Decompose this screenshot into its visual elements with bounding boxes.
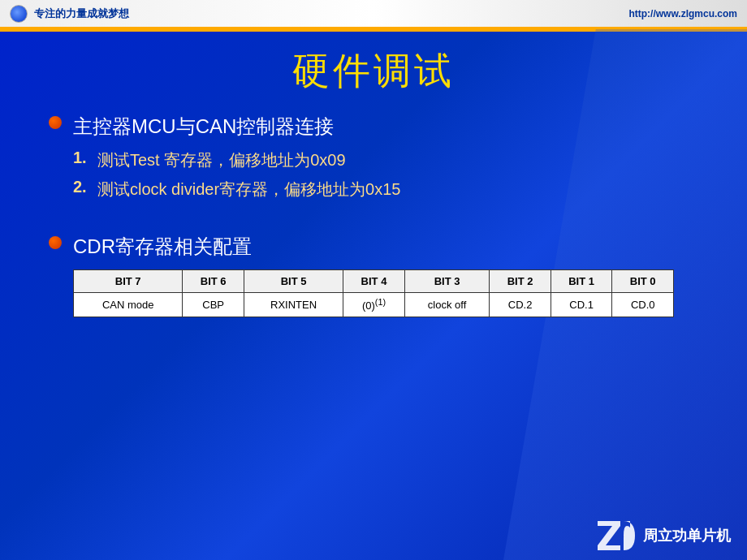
header-url: http://www.zlgmcu.com <box>628 8 737 19</box>
bullet-item-2: CDR寄存器相关配置 <box>49 233 698 261</box>
bullet-dot-1 <box>49 116 62 129</box>
register-table: BIT 7 BIT 6 BIT 5 BIT 4 BIT 3 BIT 2 BIT … <box>73 269 674 317</box>
col-header-bit6: BIT 6 <box>183 270 244 293</box>
orange-divider <box>0 29 747 32</box>
content-area: 主控器MCU与CAN控制器连接 1. 测试Test 寄存器，偏移地址为0x09 … <box>0 113 747 317</box>
cell-cbp: CBP <box>183 293 244 317</box>
bullet-text-2: CDR寄存器相关配置 <box>73 233 252 261</box>
cell-rxinten: RXINTEN <box>244 293 343 317</box>
numbered-item-2: 2. 测试clock divider寄存器，偏移地址为0x15 <box>49 178 698 200</box>
footer-logo: 周立功单片机 <box>596 519 731 552</box>
col-header-bit1: BIT 1 <box>551 270 612 293</box>
slide: 专注的力量成就梦想 http://www.zlgmcu.com 硬件调试 主控器… <box>0 0 747 560</box>
cell-cd2: CD.2 <box>490 293 551 317</box>
footer-logo-text: 周立功单片机 <box>643 526 731 545</box>
item-text-2: 测试clock divider寄存器，偏移地址为0x15 <box>97 178 400 200</box>
col-header-bit5: BIT 5 <box>244 270 343 293</box>
cell-cd1: CD.1 <box>551 293 612 317</box>
svg-marker-0 <box>598 521 620 550</box>
item-number-1: 1. <box>73 149 89 167</box>
main-title-container: 硬件调试 <box>0 46 747 97</box>
col-header-bit7: BIT 7 <box>74 270 183 293</box>
header-slogan: 专注的力量成就梦想 <box>34 6 129 21</box>
register-table-wrapper: BIT 7 BIT 6 BIT 5 BIT 4 BIT 3 BIT 2 BIT … <box>73 269 674 317</box>
cell-clock-off: clock off <box>404 293 490 317</box>
bullet-item-1: 主控器MCU与CAN控制器连接 <box>49 113 698 140</box>
header-left: 专注的力量成就梦想 <box>10 5 129 23</box>
item-text-1: 测试Test 寄存器，偏移地址为0x09 <box>97 149 346 171</box>
table-data-row: CAN mode CBP RXINTEN (0)(1) clock off CD… <box>74 293 674 317</box>
footer: 周立功单片机 <box>596 519 731 552</box>
numbered-item-1: 1. 测试Test 寄存器，偏移地址为0x09 <box>49 149 698 171</box>
col-header-bit2: BIT 2 <box>490 270 551 293</box>
header-logo-icon <box>10 5 28 23</box>
col-header-bit3: BIT 3 <box>404 270 490 293</box>
col-header-bit4: BIT 4 <box>343 270 405 293</box>
table-header-row: BIT 7 BIT 6 BIT 5 BIT 4 BIT 3 BIT 2 BIT … <box>74 270 674 293</box>
item-number-2: 2. <box>73 178 89 196</box>
bullet-text-1: 主控器MCU与CAN控制器连接 <box>73 113 334 140</box>
cell-0-1: (0)(1) <box>343 293 405 317</box>
cell-can-mode: CAN mode <box>74 293 183 317</box>
zlg-logo-icon <box>596 519 637 552</box>
bullet-dot-2 <box>49 236 62 249</box>
page-title: 硬件调试 <box>0 46 747 97</box>
cell-cd0: CD.0 <box>612 293 674 317</box>
header: 专注的力量成就梦想 http://www.zlgmcu.com <box>0 0 747 29</box>
col-header-bit0: BIT 0 <box>612 270 674 293</box>
